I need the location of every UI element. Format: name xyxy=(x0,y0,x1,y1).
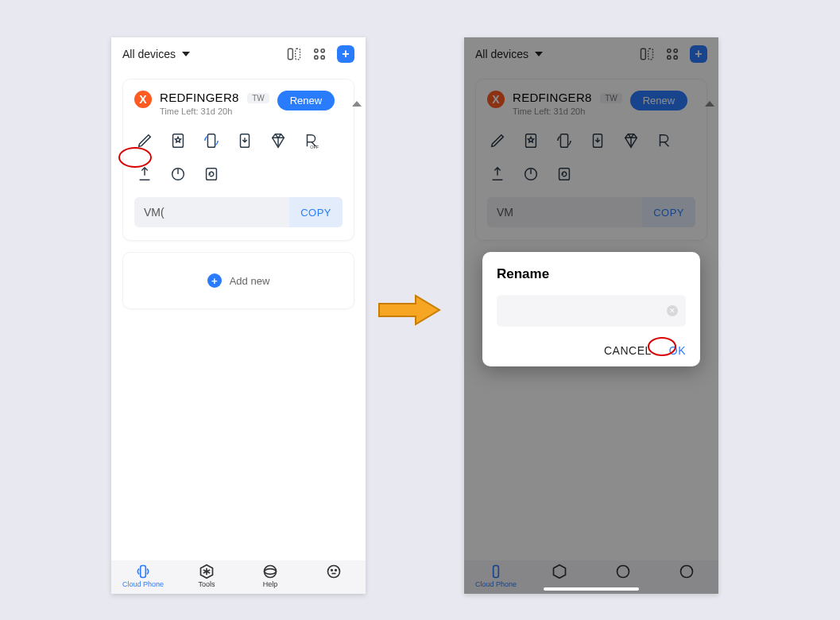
nav-label: Tools xyxy=(198,580,215,588)
ok-button[interactable]: OK xyxy=(669,344,686,357)
svg-point-3 xyxy=(321,49,324,52)
svg-point-16 xyxy=(331,570,333,572)
bookmark-star-icon[interactable] xyxy=(169,132,187,149)
svg-point-13 xyxy=(265,566,277,578)
add-new-label: Add new xyxy=(230,275,270,287)
brand-badge: X xyxy=(134,91,152,108)
layout-toggle-icon[interactable] xyxy=(286,46,302,62)
copy-button[interactable]: COPY xyxy=(289,197,343,227)
nav-label: Help xyxy=(263,580,278,588)
reset-device-icon[interactable] xyxy=(203,165,220,183)
root-off-icon[interactable]: OFF xyxy=(303,132,320,149)
help-icon xyxy=(262,564,278,579)
device-filter-label: All devices xyxy=(122,48,176,60)
svg-point-5 xyxy=(321,56,324,59)
tools-icon xyxy=(199,564,215,579)
nav-me[interactable] xyxy=(302,564,366,594)
svg-point-17 xyxy=(335,570,337,572)
time-left: Time Left: 31d 20h xyxy=(160,107,269,116)
svg-rect-12 xyxy=(141,566,146,578)
modal-title: Rename xyxy=(497,266,686,282)
diamond-icon[interactable] xyxy=(269,132,287,149)
chevron-up-icon[interactable] xyxy=(352,101,362,107)
rename-input[interactable]: ✕ xyxy=(497,295,686,327)
svg-rect-11 xyxy=(207,169,217,180)
nav-help[interactable]: Help xyxy=(238,564,302,594)
upload-icon[interactable] xyxy=(136,165,153,183)
phone-screen-before: All devices + X REDFINGER8 TW Time Left:… xyxy=(111,37,366,594)
face-icon xyxy=(326,564,342,579)
topbar: All devices + xyxy=(111,37,366,71)
add-button[interactable]: + xyxy=(337,45,354,63)
vm-id-row: VM( COPY xyxy=(134,197,343,227)
svg-rect-7 xyxy=(207,134,215,148)
grid-view-icon[interactable] xyxy=(312,46,327,62)
power-icon[interactable] xyxy=(169,165,187,183)
cancel-button[interactable]: CANCEL xyxy=(604,344,652,357)
nav-label: Cloud Phone xyxy=(122,580,164,588)
vm-id-value: VM( xyxy=(134,197,289,227)
svg-rect-0 xyxy=(288,48,293,59)
plus-icon: + xyxy=(207,273,222,288)
add-new-card[interactable]: + Add new xyxy=(122,252,354,309)
edit-icon[interactable] xyxy=(136,132,153,149)
region-tag: TW xyxy=(247,93,269,103)
renew-button[interactable]: Renew xyxy=(277,91,335,110)
device-card: X REDFINGER8 TW Time Left: 31d 20h Renew xyxy=(122,79,354,241)
svg-point-2 xyxy=(315,49,318,52)
bottom-nav: Cloud Phone Tools Help xyxy=(111,560,366,594)
nav-cloud-phone[interactable]: Cloud Phone xyxy=(111,564,175,594)
phone-rotate-icon[interactable] xyxy=(203,132,220,149)
svg-point-14 xyxy=(265,569,277,575)
clear-input-icon[interactable]: ✕ xyxy=(667,305,678,316)
svg-point-15 xyxy=(328,566,340,578)
home-indicator xyxy=(544,587,639,591)
chevron-down-icon xyxy=(182,52,190,56)
rename-modal: Rename ✕ CANCEL OK xyxy=(482,252,700,366)
device-name: REDFINGER8 xyxy=(160,91,239,104)
phone-screen-after: All devices + X REDFINGER8 TW Time Left:… xyxy=(464,37,718,594)
svg-point-4 xyxy=(315,56,318,59)
transition-arrow xyxy=(377,294,441,326)
cloud-phone-icon xyxy=(135,564,151,579)
svg-text:OFF: OFF xyxy=(310,145,319,149)
svg-rect-1 xyxy=(296,48,300,59)
nav-tools[interactable]: Tools xyxy=(175,564,238,594)
device-download-icon[interactable] xyxy=(236,132,254,149)
device-filter-dropdown[interactable]: All devices xyxy=(122,48,190,60)
